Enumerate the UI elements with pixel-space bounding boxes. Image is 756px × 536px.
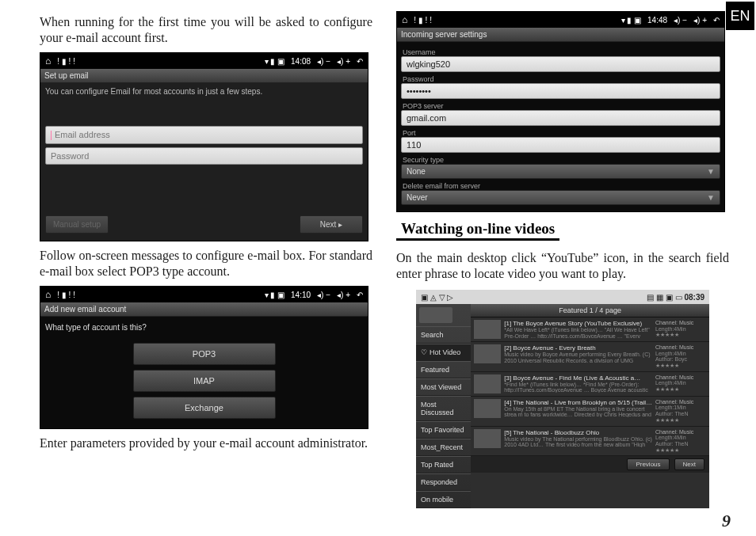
delete-email-value: Never bbox=[407, 193, 428, 202]
signal-icons: ▾ ▮ ▣ bbox=[265, 291, 285, 299]
port-input[interactable]: 110 bbox=[401, 137, 720, 153]
signal-icons: ▾ ▮ ▣ bbox=[265, 57, 285, 66]
section-heading-videos: Watching on-line videos bbox=[396, 220, 559, 241]
pop3-server-label: POP3 server bbox=[401, 101, 720, 110]
video-description: Music video by The National performing B… bbox=[504, 436, 652, 447]
home-icon[interactable]: ⌂ bbox=[45, 55, 51, 67]
manual-setup-button[interactable]: Manual setup bbox=[45, 215, 109, 234]
yt-tab-hot-video[interactable]: ♡Hot Video bbox=[416, 344, 471, 361]
security-type-value: None bbox=[407, 167, 426, 176]
yt-tab-top-rated[interactable]: Top Rated bbox=[416, 456, 471, 473]
home-icon[interactable]: ⌂ bbox=[402, 14, 407, 25]
port-label: Port bbox=[401, 127, 720, 137]
screenshot-account-type: ⌂ ! ▮ ! ! ▾ ▮ ▣ 14:10 ◂) − ◂) + ↶ Add ne… bbox=[40, 286, 368, 429]
screen-title: Set up email bbox=[40, 69, 368, 83]
notif-icons: ! ▮ ! ! bbox=[57, 291, 75, 299]
paragraph-params: Enter parameters provided by your e-mail… bbox=[40, 435, 372, 451]
video-meta: Channel: MusicLength:4Min★★★★★ bbox=[655, 374, 706, 393]
yt-video-row[interactable]: [1] The Boyce Avenue Story (YouTube Excl… bbox=[471, 317, 709, 342]
youtube-logo bbox=[419, 307, 452, 323]
yt-sidebar: Search ♡Hot Video Featured Most Viewed M… bbox=[416, 304, 471, 508]
next-button[interactable]: Next ▸ bbox=[300, 215, 363, 234]
setup-message: You can configure Email for most account… bbox=[45, 87, 363, 96]
yt-prev-button[interactable]: Previous bbox=[627, 458, 669, 470]
video-thumbnail bbox=[474, 399, 501, 418]
pop3-server-input[interactable]: gmail.com bbox=[401, 110, 720, 126]
status-bar: ⌂ ! ▮ ! ! ▾ ▮ ▣ 14:08 ◂) − ◂) + ↶ bbox=[40, 53, 368, 69]
back-icon[interactable]: ↶ bbox=[357, 291, 363, 299]
yt-tab-on-mobile[interactable]: On mobile bbox=[416, 491, 471, 508]
screen-title: Add new email account bbox=[40, 302, 368, 317]
screenshot-setup-email: ⌂ ! ▮ ! ! ▾ ▮ ▣ 14:08 ◂) − ◂) + ↶ Set up… bbox=[40, 52, 368, 241]
password-label: Password bbox=[401, 74, 720, 83]
clock: 14:10 bbox=[291, 291, 311, 299]
screen-title: Incoming server settings bbox=[397, 28, 724, 42]
yt-video-row[interactable]: [3] Boyce Avenue - Find Me (Live & Acous… bbox=[471, 372, 709, 397]
exchange-button[interactable]: Exchange bbox=[133, 397, 276, 419]
yt-tab-most-discussed[interactable]: Most Discussed bbox=[416, 396, 471, 421]
vol-down-icon[interactable]: ◂) − bbox=[317, 57, 330, 66]
clock: 14:48 bbox=[647, 16, 667, 25]
status-bar: ⌂ ! ▮ ! ! ▾ ▮ ▣ 14:48 ◂) − ◂) + ↶ bbox=[397, 12, 724, 28]
pop3-button[interactable]: POP3 bbox=[133, 343, 276, 365]
yt-tab-responded[interactable]: Responded bbox=[416, 473, 471, 491]
screenshot-incoming-server: ⌂ ! ▮ ! ! ▾ ▮ ▣ 14:48 ◂) − ◂) + ↶ Incomi… bbox=[396, 11, 725, 212]
paragraph-follow: Follow on-screen messages to configure e… bbox=[40, 248, 372, 279]
notif-icons: ! ▮ ! ! bbox=[414, 16, 432, 25]
chevron-down-icon: ▼ bbox=[707, 193, 715, 202]
signal-icons: ▾ ▮ ▣ bbox=[621, 16, 642, 25]
vol-down-icon[interactable]: ◂) − bbox=[317, 291, 330, 299]
vol-up-icon[interactable]: ◂) + bbox=[693, 16, 707, 25]
account-type-question: What type of account is this? bbox=[45, 321, 363, 338]
language-tab: EN bbox=[726, 2, 754, 30]
yt-video-row[interactable]: [2] Boyce Avenue - Every BreathMusic vid… bbox=[471, 342, 709, 372]
yt-status-bar: ▣ ◬ ▽ ▷ ▤ ▦ ▣ ▭ 08:39 bbox=[416, 290, 709, 304]
email-field[interactable]: Email address bbox=[45, 126, 363, 144]
chevron-down-icon: ▼ bbox=[707, 167, 715, 176]
paragraph-youtube: On the main desktop click “YouTube” icon… bbox=[396, 250, 729, 282]
yt-status-icons-left: ▣ ◬ ▽ ▷ bbox=[421, 293, 453, 302]
video-title: [5] The National - Bloodbuzz Ohio bbox=[504, 429, 652, 436]
yt-tab-search[interactable]: Search bbox=[416, 326, 471, 344]
home-icon[interactable]: ⌂ bbox=[45, 289, 51, 300]
video-meta: Channel: MusicLength:4MinAuthor: TheN★★★… bbox=[655, 429, 706, 454]
vol-down-icon[interactable]: ◂) − bbox=[674, 16, 687, 25]
notif-icons: ! ▮ ! ! bbox=[57, 57, 75, 66]
yt-status-icons-right: ▤ ▦ ▣ ▭ bbox=[647, 293, 684, 302]
username-label: Username bbox=[401, 47, 720, 56]
yt-page-header: Featured 1 / 4 page bbox=[471, 304, 709, 317]
video-description: On May 15th at 8PM ET The National bring… bbox=[504, 406, 652, 417]
right-column: ⌂ ! ▮ ! ! ▾ ▮ ▣ 14:48 ◂) − ◂) + ↶ Incomi… bbox=[396, 8, 729, 536]
video-meta: Channel: MusicLength:1MinAuthor: TheN★★★… bbox=[655, 399, 706, 424]
yt-tab-most-viewed[interactable]: Most Viewed bbox=[416, 378, 471, 396]
video-title: [2] Boyce Avenue - Every Breath bbox=[504, 344, 652, 352]
imap-button[interactable]: IMAP bbox=[133, 370, 276, 392]
clock: 14:08 bbox=[291, 57, 311, 66]
video-description: *All We Have Left* (iTunes link below)… … bbox=[504, 327, 652, 338]
password-input[interactable]: •••••••• bbox=[401, 83, 720, 99]
video-title: [4] The National - Live from Brooklyn on… bbox=[504, 399, 652, 406]
security-type-select[interactable]: None ▼ bbox=[401, 164, 720, 179]
delete-email-select[interactable]: Never ▼ bbox=[401, 190, 720, 205]
yt-tab-top-favorited[interactable]: Top Favorited bbox=[416, 421, 471, 439]
video-meta: Channel: MusicLength:4Min★★★★★ bbox=[655, 320, 706, 339]
yt-clock: 08:39 bbox=[684, 293, 704, 302]
back-icon[interactable]: ↶ bbox=[713, 16, 720, 25]
security-type-label: Security type bbox=[401, 154, 720, 164]
password-field[interactable]: Password bbox=[45, 147, 363, 165]
vol-up-icon[interactable]: ◂) + bbox=[337, 291, 350, 299]
username-input[interactable]: wlgking520 bbox=[401, 56, 720, 72]
page-number: 9 bbox=[722, 511, 731, 531]
yt-video-row[interactable]: [4] The National - Live from Brooklyn on… bbox=[471, 397, 709, 427]
video-description: Music video by Boyce Avenue performing E… bbox=[504, 352, 652, 363]
yt-next-button[interactable]: Next bbox=[674, 458, 704, 470]
back-icon[interactable]: ↶ bbox=[357, 57, 363, 66]
yt-main: Featured 1 / 4 page [1] The Boyce Avenue… bbox=[471, 304, 709, 508]
video-title: [1] The Boyce Avenue Story (YouTube Excl… bbox=[504, 320, 652, 327]
yt-tab-most-recent[interactable]: Most_Recent bbox=[416, 439, 471, 456]
vol-up-icon[interactable]: ◂) + bbox=[337, 57, 350, 66]
yt-tab-featured[interactable]: Featured bbox=[416, 361, 471, 378]
screenshot-youtube: ▣ ◬ ▽ ▷ ▤ ▦ ▣ ▭ 08:39 Search ♡Hot Video … bbox=[416, 290, 709, 508]
yt-video-row[interactable]: [5] The National - Bloodbuzz OhioMusic v… bbox=[471, 427, 709, 457]
paragraph-intro: When running for the first time you will… bbox=[40, 14, 372, 46]
